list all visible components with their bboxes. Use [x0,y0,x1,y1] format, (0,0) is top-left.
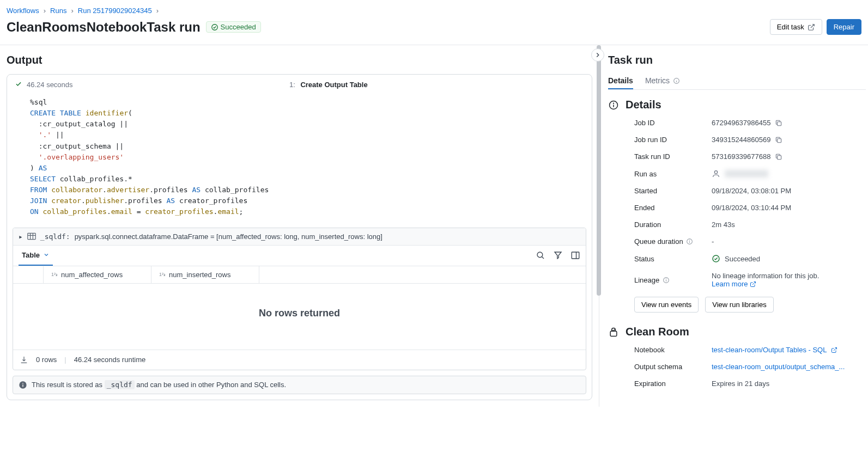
details-heading: Details [626,99,661,111]
download-icon[interactable] [20,356,28,364]
started-value: 09/18/2024, 03:08:01 PM [712,187,866,195]
tab-table[interactable]: Table [19,246,53,266]
job-id-value: 672949637986455 [712,119,770,127]
repair-button[interactable]: Repair [827,19,861,35]
check-circle-icon [211,23,218,31]
svg-point-5 [537,252,543,258]
collapse-panel-button[interactable] [591,48,604,62]
info-icon [663,277,670,284]
job-run-id-label: Job run ID [634,136,712,144]
number-type-icon: 1²₃ [51,272,58,277]
task-run-title: Task run [608,54,866,66]
task-run-id-label: Task run ID [634,152,712,161]
page-title: CleanRoomsNotebookTask run [7,20,201,35]
started-label: Started [634,187,712,195]
svg-line-6 [542,256,544,259]
expand-icon[interactable]: ▸ [19,232,23,241]
edit-task-button[interactable]: Edit task [770,19,822,35]
scrollbar[interactable] [597,45,601,407]
copy-icon[interactable] [775,153,782,161]
ended-value: 09/18/2024, 03:10:44 PM [712,204,866,212]
external-link-icon [831,347,837,353]
check-circle-icon [712,254,720,263]
info-icon [686,238,693,245]
queue-duration-value: - [712,237,866,246]
expiration-label: Expiration [634,379,712,388]
notebook-label: Notebook [634,346,712,354]
breadcrumb-workflows[interactable]: Workflows [7,7,39,15]
result-box: ▸ _sqldf: pyspark.sql.connect.dataframe.… [13,228,586,370]
chevron-down-icon [43,252,50,258]
external-link-icon [750,281,756,287]
svg-rect-29 [610,331,617,336]
view-run-libraries-button[interactable]: View run libraries [705,297,773,313]
run-as-label: Run as [634,170,712,178]
runtime: 46.24 seconds runtime [74,356,146,364]
filter-icon[interactable] [553,250,563,260]
cell-title: Create Output Table [300,81,367,89]
svg-point-16 [614,103,614,103]
svg-rect-20 [778,155,781,159]
expiration-value: Expires in 21 days [712,379,866,388]
code-block: %sql CREATE TABLE identifier( :cr_output… [7,95,592,224]
status-label: Status [634,255,712,263]
learn-more-link[interactable]: Learn more [712,280,756,288]
run-as-value [725,170,768,177]
info-bar: This result is stored as _sqldf and can … [13,376,586,394]
svg-point-28 [666,279,666,279]
svg-rect-18 [778,121,781,125]
page-header: CleanRoomsNotebookTask run Succeeded Edi… [0,17,868,45]
svg-rect-19 [778,138,781,142]
lineage-label: Lineage [634,276,712,284]
chevron-right-icon [594,51,602,59]
copy-icon[interactable] [775,136,782,144]
ended-label: Ended [634,204,712,212]
column-num-inserted-rows[interactable]: 1²₃ num_inserted_rows [151,266,259,283]
output-schema-link[interactable]: test-clean-room_output/output_schema_... [712,363,845,371]
svg-rect-7 [572,252,579,259]
clean-room-heading: Clean Room [626,326,689,338]
table-headers: 1²₃ num_affected_rows 1²₃ num_inserted_r… [13,266,586,284]
cell-duration: 46.24 seconds [27,81,73,89]
job-id-label: Job ID [634,119,712,127]
breadcrumbs: Workflows › Runs › Run 251799029024345 › [0,0,868,17]
sqldf-variable: _sqldf [105,380,135,389]
chevron-right-icon: › [71,7,73,15]
job-run-id-value: 349315244860569 [712,136,770,144]
view-run-events-button[interactable]: View run events [634,297,699,313]
search-icon[interactable] [536,250,545,260]
notebook-cell: 46.24 seconds 1: Create Output Table %sq… [7,74,592,400]
chevron-right-icon: › [44,7,46,15]
info-icon [608,100,619,111]
svg-point-21 [714,171,717,174]
task-run-panel: Task run Details Metrics Details Job ID … [599,45,868,407]
svg-rect-11 [22,384,23,387]
cell-number: 1: [289,81,295,89]
queue-duration-label: Queue duration [634,237,712,246]
info-icon [673,77,680,84]
status-value: Succeeded [712,254,866,263]
breadcrumb-runs[interactable]: Runs [50,7,66,15]
output-schema-label: Output schema [634,363,712,371]
tab-metrics[interactable]: Metrics [645,73,680,89]
task-run-id-value: 573169339677688 [712,152,770,161]
number-type-icon: 1²₃ [159,272,166,277]
dataframe-icon [27,232,36,240]
user-icon [712,169,720,178]
lineage-value: No lineage information for this job. [712,272,866,280]
schema-prefix: _sqldf: [40,232,70,241]
tab-details[interactable]: Details [608,73,633,89]
output-heading: Output [7,54,592,66]
row-count: 0 rows [36,356,57,364]
clean-room-icon [608,327,619,338]
column-num-affected-rows[interactable]: 1²₃ num_affected_rows [44,266,151,283]
schema-text: pyspark.sql.connect.dataframe.DataFrame … [75,232,383,241]
panel-icon[interactable] [570,250,580,260]
breadcrumb-run-id[interactable]: Run 251799029024345 [78,7,152,15]
chevron-right-icon: › [156,7,159,15]
status-badge: Succeeded [206,21,261,33]
duration-value: 2m 43s [712,221,866,229]
notebook-link[interactable]: test-clean-room/Output Tables - SQL [712,346,827,354]
copy-icon[interactable] [775,119,782,127]
no-rows-message: No rows returned [13,284,586,350]
